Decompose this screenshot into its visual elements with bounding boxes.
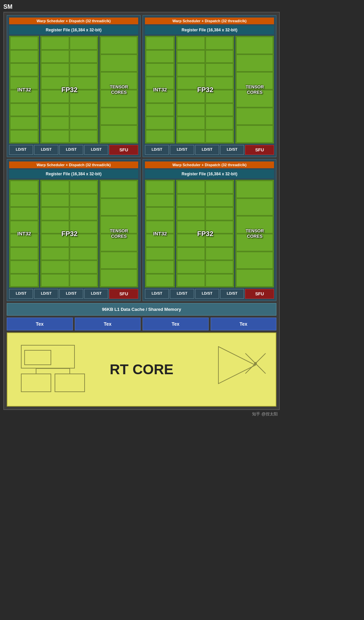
int32-cell [10,274,38,287]
int32-cell [10,247,38,260]
rt-bvh-svg [18,340,92,399]
tex-btn-4: Tex [211,318,277,330]
fp32-cell [70,77,98,90]
tex-btn-1: Tex [7,318,73,330]
tensor-cell [236,269,273,287]
tex-row: Tex Tex Tex Tex [7,318,276,330]
warp-scheduler-4: Warp Scheduler + Dispatch (32 thread/clk… [145,161,274,168]
tensor-cell [236,252,273,269]
sub-proc-1: Warp Scheduler + Dispatch (32 thread/clk… [7,15,141,157]
fp32-cell [41,194,69,207]
fp32-cell [177,181,205,194]
sub-proc-3: Warp Scheduler + Dispatch (32 thread/clk… [7,159,141,301]
fp32-cell [41,181,69,194]
fp32-cell [177,37,205,50]
warp-scheduler-2: Warp Scheduler + Dispatch (32 thread/clk… [145,18,274,24]
rt-triangle-diagram [215,343,269,387]
fp32-cell [206,221,234,234]
tensor-cell [100,125,137,143]
tensor-cell [236,55,273,72]
warp-scheduler-3: Warp Scheduler + Dispatch (32 thread/clk… [9,161,138,168]
fp32-cell [177,90,205,103]
int32-cell [10,207,38,220]
ldst-btn-14: LD/ST [170,289,194,299]
fp32-cell [177,247,205,260]
fp32-cell [177,194,205,207]
fp32-cell [206,274,234,287]
int32-cell [146,63,174,76]
int32-cell [10,181,38,194]
fp32-cell [70,274,98,287]
ldst-btn-1: LD/ST [9,145,33,155]
fp32-cell [41,37,69,50]
int32-cell [10,221,38,234]
fp32-col-3: FP32 [40,180,98,288]
fp32-cell [206,234,234,247]
int32-cell [10,104,38,116]
register-file-1: Register File (16,384 x 32-bit) [9,26,138,34]
ldst-btn-2: LD/ST [34,145,58,155]
int32-cell [146,90,174,103]
rt-core-label: RT CORE [110,361,174,378]
fp32-col-1: FP32 [40,36,98,144]
fp32-cell [70,181,98,194]
fp32-cell [70,207,98,220]
ldst-row-1: LD/ST LD/ST LD/ST LD/ST SFU [9,145,138,155]
int32-cell [10,117,38,129]
quad-grid: Warp Scheduler + Dispatch (32 thread/clk… [7,15,276,301]
tensor-col-2: TENSORCORES [235,36,274,144]
fp32-cell [41,50,69,63]
tensor-cell [100,199,137,216]
int32-cell [10,90,38,103]
fp32-cell [206,77,234,90]
ldst-row-3: LD/ST LD/ST LD/ST LD/ST SFU [9,289,138,299]
int32-cell [146,104,174,116]
rt-triangle-svg [215,343,269,387]
int32-cell [146,117,174,129]
tensor-cell [100,108,137,125]
cores-area-4: INT32 [145,180,274,288]
fp32-cell [206,90,234,103]
ldst-btn-15: LD/ST [195,289,219,299]
sub-proc-2: Warp Scheduler + Dispatch (32 thread/clk… [143,15,276,157]
tensor-cell [100,55,137,72]
fp32-cell [41,77,69,90]
cores-area-2: INT32 [145,36,274,144]
fp32-cell [206,37,234,50]
tensor-cell [236,108,273,125]
fp32-cell [206,181,234,194]
fp32-cell [70,104,98,116]
int32-cell [146,207,174,220]
fp32-cell [70,37,98,50]
ldst-btn-10: LD/ST [34,289,58,299]
tensor-col-4: TENSORCORES [235,180,274,288]
fp32-cell [41,234,69,247]
int32-cell [146,261,174,273]
ldst-btn-16: LD/ST [220,289,244,299]
warp-scheduler-1: Warp Scheduler + Dispatch (32 thread/clk… [9,18,138,24]
fp32-cell [70,117,98,129]
int32-cell [146,130,174,143]
tensor-cell [236,90,273,107]
int32-col-3: INT32 [9,180,39,288]
fp32-cell [41,90,69,103]
fp32-cell [177,221,205,234]
tensor-cell [236,234,273,251]
fp32-cell [177,234,205,247]
fp32-cell [206,247,234,260]
tensor-cell [236,125,273,143]
fp32-cell [70,90,98,103]
tensor-cell [100,72,137,89]
fp32-cell [177,50,205,63]
sub-proc-4: Warp Scheduler + Dispatch (32 thread/clk… [143,159,276,301]
int32-cell [10,194,38,207]
fp32-cell [177,117,205,129]
fp32-cell [70,130,98,143]
fp32-col-4: FP32 [176,180,234,288]
ldst-btn-12: LD/ST [84,289,108,299]
int32-cell [146,77,174,90]
sfu-btn-3: SFU [109,289,138,299]
fp32-cell [70,221,98,234]
ldst-btn-3: LD/ST [59,145,83,155]
fp32-cell [177,274,205,287]
